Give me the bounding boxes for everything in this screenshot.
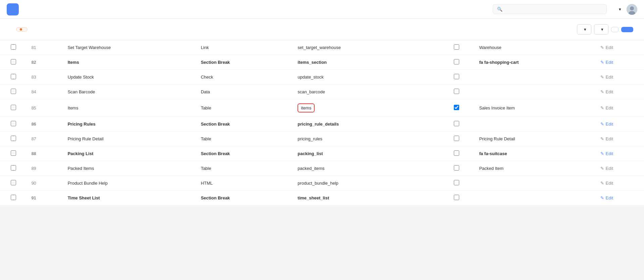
row-number: 88 bbox=[26, 146, 63, 161]
row-label: Time Sheet List bbox=[63, 191, 196, 205]
row-type: Link bbox=[196, 40, 293, 55]
row-type: Section Break bbox=[196, 191, 293, 205]
row-label: Pricing Rule Detail bbox=[63, 132, 196, 146]
row-type: Data bbox=[196, 85, 293, 99]
edit-label: Edit bbox=[606, 75, 613, 80]
row-required bbox=[438, 55, 474, 70]
row-fieldname: items_section bbox=[293, 55, 438, 70]
edit-label: Edit bbox=[606, 195, 613, 200]
update-button[interactable] bbox=[621, 27, 633, 32]
customize-child-table-button[interactable]: ▾ bbox=[577, 24, 591, 35]
req-checkbox[interactable] bbox=[454, 165, 459, 171]
row-edit-cell: ✎ Edit bbox=[596, 161, 644, 176]
row-fieldname: packing_list bbox=[293, 146, 438, 161]
row-checkbox[interactable] bbox=[11, 44, 16, 50]
app-logo[interactable] bbox=[7, 3, 19, 15]
avatar-image bbox=[627, 4, 637, 15]
row-options: Packed Item bbox=[475, 161, 596, 176]
req-checkbox[interactable] bbox=[454, 89, 459, 94]
row-edit-cell: ✎ Edit bbox=[596, 85, 644, 99]
row-checkbox[interactable] bbox=[11, 89, 16, 94]
edit-button[interactable]: ✎ Edit bbox=[600, 75, 613, 80]
edit-button[interactable]: ✎ Edit bbox=[600, 89, 613, 94]
row-checkbox-cell bbox=[0, 191, 26, 205]
table-row: 85 Items Table items Sales Invoice Item … bbox=[0, 99, 644, 117]
page-header: ▾ ▾ bbox=[0, 19, 644, 40]
edit-pencil-icon: ✎ bbox=[600, 136, 604, 141]
req-checkbox[interactable] bbox=[454, 136, 459, 141]
row-checkbox[interactable] bbox=[11, 59, 16, 64]
edit-button[interactable]: ✎ Edit bbox=[600, 105, 613, 110]
row-fieldname: items bbox=[293, 99, 438, 117]
edit-button[interactable]: ✎ Edit bbox=[600, 45, 613, 50]
row-edit-cell: ✎ Edit bbox=[596, 117, 644, 132]
avatar[interactable] bbox=[627, 4, 637, 15]
edit-button[interactable]: ✎ Edit bbox=[600, 60, 613, 65]
edit-button[interactable]: ✎ Edit bbox=[600, 181, 613, 186]
row-checkbox[interactable] bbox=[11, 74, 16, 79]
row-checkbox[interactable] bbox=[11, 105, 16, 110]
edit-label: Edit bbox=[606, 181, 613, 186]
row-edit-cell: ✎ Edit bbox=[596, 70, 644, 85]
row-options: fa fa-shopping-cart bbox=[475, 55, 596, 70]
edit-label: Edit bbox=[606, 89, 613, 94]
more-options-button[interactable] bbox=[611, 27, 619, 32]
edit-pencil-icon: ✎ bbox=[600, 89, 604, 94]
row-checkbox[interactable] bbox=[11, 121, 16, 126]
fieldname-text: scan_barcode bbox=[298, 89, 325, 94]
row-edit-cell: ✎ Edit bbox=[596, 55, 644, 70]
actions-button[interactable]: ▾ bbox=[594, 24, 608, 35]
req-checkbox[interactable] bbox=[454, 180, 459, 185]
row-number: 83 bbox=[26, 70, 63, 85]
edit-button[interactable]: ✎ Edit bbox=[600, 195, 613, 200]
row-checkbox-cell bbox=[0, 40, 26, 55]
row-fieldname: pricing_rules bbox=[293, 132, 438, 146]
req-checkbox[interactable] bbox=[454, 105, 459, 110]
req-checkbox[interactable] bbox=[454, 59, 459, 64]
row-required bbox=[438, 132, 474, 146]
fieldname-text: set_target_warehouse bbox=[298, 45, 341, 50]
edit-button[interactable]: ✎ Edit bbox=[600, 151, 613, 156]
help-menu[interactable]: ▾ bbox=[618, 7, 621, 12]
edit-button[interactable]: ✎ Edit bbox=[600, 136, 613, 141]
row-checkbox[interactable] bbox=[11, 165, 16, 171]
edit-button[interactable]: ✎ Edit bbox=[600, 166, 613, 171]
search-bar[interactable]: 🔍 bbox=[493, 4, 607, 14]
edit-button[interactable]: ✎ Edit bbox=[600, 122, 613, 127]
navbar-actions: ▾ bbox=[612, 4, 637, 15]
help-chevron-icon: ▾ bbox=[619, 7, 621, 12]
row-required bbox=[438, 117, 474, 132]
row-required bbox=[438, 176, 474, 191]
row-label: Items bbox=[63, 99, 196, 117]
row-checkbox-cell bbox=[0, 85, 26, 99]
row-checkbox[interactable] bbox=[11, 136, 16, 141]
row-checkbox[interactable] bbox=[11, 150, 16, 156]
fieldname-text: pricing_rules bbox=[298, 136, 322, 141]
table-row: 82 Items Section Break items_section fa … bbox=[0, 55, 644, 70]
row-required bbox=[438, 70, 474, 85]
row-checkbox[interactable] bbox=[11, 195, 16, 200]
req-checkbox[interactable] bbox=[454, 74, 459, 79]
row-number: 89 bbox=[26, 161, 63, 176]
req-checkbox[interactable] bbox=[454, 195, 459, 200]
row-number: 86 bbox=[26, 117, 63, 132]
fieldname-text: pricing_rule_details bbox=[298, 122, 339, 127]
row-number: 87 bbox=[26, 132, 63, 146]
row-number: 82 bbox=[26, 55, 63, 70]
row-type: Section Break bbox=[196, 55, 293, 70]
edit-pencil-icon: ✎ bbox=[600, 181, 604, 186]
edit-pencil-icon: ✎ bbox=[600, 166, 604, 171]
row-type: Section Break bbox=[196, 146, 293, 161]
req-checkbox[interactable] bbox=[454, 121, 459, 126]
table-row: 84 Scan Barcode Data scan_barcode ✎ Edit bbox=[0, 85, 644, 99]
actions-chevron-icon: ▾ bbox=[601, 27, 603, 32]
not-saved-dot-icon bbox=[20, 28, 22, 31]
row-checkbox[interactable] bbox=[11, 180, 16, 185]
req-checkbox[interactable] bbox=[454, 150, 459, 156]
req-checkbox[interactable] bbox=[454, 44, 459, 50]
row-edit-cell: ✎ Edit bbox=[596, 40, 644, 55]
row-required bbox=[438, 85, 474, 99]
table-row: 86 Pricing Rules Section Break pricing_r… bbox=[0, 117, 644, 132]
row-fieldname: packed_items bbox=[293, 161, 438, 176]
table-row: 90 Product Bundle Help HTML product_bund… bbox=[0, 176, 644, 191]
